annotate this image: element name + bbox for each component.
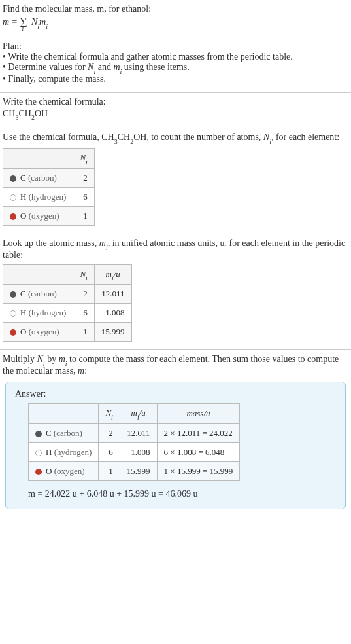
mass-value: 1 × 15.999 = 15.999 bbox=[157, 461, 240, 480]
table-row: O (oxygen) 1 bbox=[3, 206, 95, 225]
ni-header: Ni bbox=[73, 264, 94, 285]
ni-value: 1 bbox=[73, 323, 94, 342]
mass-equation: m = ∑iNimi bbox=[3, 16, 348, 29]
el-name: (hydrogen) bbox=[29, 308, 67, 317]
count-atoms-section: Use the chemical formula, CH3CH2OH, to c… bbox=[0, 128, 351, 234]
el-sym: O bbox=[20, 327, 26, 336]
mi-value: 15.999 bbox=[94, 323, 131, 342]
table-row: H (hydrogen) 6 bbox=[3, 187, 95, 206]
oxygen-dot-icon bbox=[35, 469, 42, 475]
hydrogen-dot-icon bbox=[35, 450, 42, 456]
oxygen-dot-icon bbox=[10, 329, 16, 336]
mi-value: 1.008 bbox=[120, 442, 157, 461]
eq-left: m = bbox=[3, 17, 20, 27]
ni-value: 2 bbox=[73, 168, 94, 187]
plan-b2-pre: • Determine values for bbox=[3, 62, 88, 72]
el-sym: H bbox=[20, 308, 26, 317]
plan-heading: Plan: bbox=[3, 41, 348, 52]
el-sym: C bbox=[46, 428, 52, 438]
atomic-mass-section: Look up the atomic mass, mi, in unified … bbox=[0, 234, 351, 350]
table-row: H (hydrogen) 6 1.008 6 × 1.008 = 6.048 bbox=[29, 442, 240, 461]
result-line: m = 24.022 u + 6.048 u + 15.999 u = 46.0… bbox=[28, 489, 336, 499]
answer-box: Answer: Ni mi/u mass/u C (carbon) 2 12.0… bbox=[5, 382, 346, 509]
atomic-mass-heading: Look up the atomic mass, mi, in unified … bbox=[3, 238, 348, 260]
carbon-dot-icon bbox=[10, 291, 16, 298]
s4-pre: Multiply bbox=[3, 354, 37, 364]
count-atoms-heading: Use the chemical formula, CH3CH2OH, to c… bbox=[3, 132, 348, 144]
el-sym: C bbox=[20, 289, 26, 298]
plan-bullet-3: • Finally, compute the mass. bbox=[3, 74, 348, 84]
el-name: (oxygen) bbox=[54, 466, 85, 476]
chemical-formula: CH3CH2OH bbox=[3, 109, 348, 120]
s2-post: , for each element: bbox=[271, 132, 339, 142]
s4-mid1: by bbox=[45, 354, 59, 364]
el-name: (carbon) bbox=[28, 289, 57, 298]
plan-bullet-1: • Write the chemical formula and gather … bbox=[3, 52, 348, 62]
el-name: (carbon) bbox=[54, 428, 82, 438]
ni-value: 6 bbox=[99, 442, 120, 461]
table-row: O (oxygen) 1 15.999 bbox=[3, 323, 132, 342]
el-name: (carbon) bbox=[28, 173, 57, 183]
ni-header: Ni bbox=[73, 149, 94, 169]
ni-header: Ni bbox=[99, 403, 120, 423]
mi-header: mi/u bbox=[94, 264, 131, 285]
table-row: H (hydrogen) 6 1.008 bbox=[3, 304, 132, 323]
mi-value: 12.011 bbox=[94, 285, 131, 304]
table-row: C (carbon) 2 12.011 bbox=[3, 285, 132, 304]
answer-table: Ni mi/u mass/u C (carbon) 2 12.011 2 × 1… bbox=[28, 403, 240, 481]
formula-section: Write the chemical formula: CH3CH2OH bbox=[0, 93, 351, 129]
atomic-mass-table: Ni mi/u C (carbon) 2 12.011 H (hydrogen)… bbox=[3, 264, 132, 342]
el-name: (oxygen) bbox=[29, 327, 59, 336]
el-name: (hydrogen) bbox=[29, 192, 67, 202]
s2-pre: Use the chemical formula, bbox=[3, 132, 101, 142]
count-atoms-table: Ni C (carbon) 2 H (hydrogen) 6 O (oxygen… bbox=[3, 148, 95, 226]
answer-label: Answer: bbox=[15, 389, 336, 399]
el-name: (oxygen) bbox=[29, 211, 59, 221]
carbon-dot-icon bbox=[10, 175, 16, 182]
compute-heading: Multiply Ni by mi to compute the mass fo… bbox=[3, 354, 348, 376]
table-row: O (oxygen) 1 15.999 1 × 15.999 = 15.999 bbox=[29, 461, 240, 480]
plan-b2-mid: and bbox=[95, 62, 113, 72]
result-text: m = 24.022 u + 6.048 u + 15.999 u = 46.0… bbox=[28, 489, 197, 499]
mass-value: 2 × 12.011 = 24.022 bbox=[157, 423, 240, 442]
s2-mid: , to count the number of atoms, bbox=[146, 132, 263, 142]
mi-value: 1.008 bbox=[94, 304, 131, 323]
el-sym: H bbox=[46, 447, 52, 457]
mi-value: 15.999 bbox=[120, 461, 157, 480]
hydrogen-dot-icon bbox=[10, 310, 16, 317]
s3-pre: Look up the atomic mass, bbox=[3, 238, 99, 248]
table-row: C (carbon) 2 12.011 2 × 12.011 = 24.022 bbox=[29, 423, 240, 442]
el-sym: O bbox=[46, 466, 52, 476]
plan-bullet-2: • Determine values for Ni and mi using t… bbox=[3, 62, 348, 74]
el-sym: O bbox=[20, 211, 26, 221]
intro-section: Find the molecular mass, m, for ethanol:… bbox=[0, 0, 351, 37]
ni-value: 1 bbox=[99, 461, 120, 480]
ni-value: 2 bbox=[73, 285, 94, 304]
hydrogen-dot-icon bbox=[10, 194, 16, 201]
blank-header bbox=[3, 264, 73, 285]
s4-post: : bbox=[84, 366, 87, 376]
plan-section: Plan: • Write the chemical formula and g… bbox=[0, 37, 351, 93]
plan-b2-post: using these items. bbox=[122, 62, 189, 72]
intro-text: Find the molecular mass, m, for ethanol: bbox=[3, 4, 348, 14]
el-name: (hydrogen) bbox=[54, 447, 92, 457]
sigma-sum: ∑i bbox=[20, 16, 27, 27]
ni-value: 6 bbox=[73, 304, 94, 323]
el-sym: H bbox=[20, 192, 26, 202]
ni-value: 6 bbox=[73, 187, 94, 206]
oxygen-dot-icon bbox=[10, 213, 16, 220]
compute-section: Multiply Ni by mi to compute the mass fo… bbox=[0, 350, 351, 522]
intro-line1: Find the molecular mass, m, for ethanol: bbox=[3, 4, 151, 14]
blank-header bbox=[3, 149, 73, 169]
el-sym: C bbox=[20, 173, 26, 183]
table-row: C (carbon) 2 bbox=[3, 168, 95, 187]
formula-heading: Write the chemical formula: bbox=[3, 97, 348, 107]
carbon-dot-icon bbox=[35, 431, 42, 437]
mass-value: 6 × 1.008 = 6.048 bbox=[157, 442, 240, 461]
mi-value: 12.011 bbox=[120, 423, 157, 442]
ni-value: 1 bbox=[73, 206, 94, 225]
mass-header: mass/u bbox=[157, 403, 240, 423]
blank-header bbox=[29, 403, 99, 423]
ni-value: 2 bbox=[99, 423, 120, 442]
mi-header: mi/u bbox=[120, 403, 157, 423]
